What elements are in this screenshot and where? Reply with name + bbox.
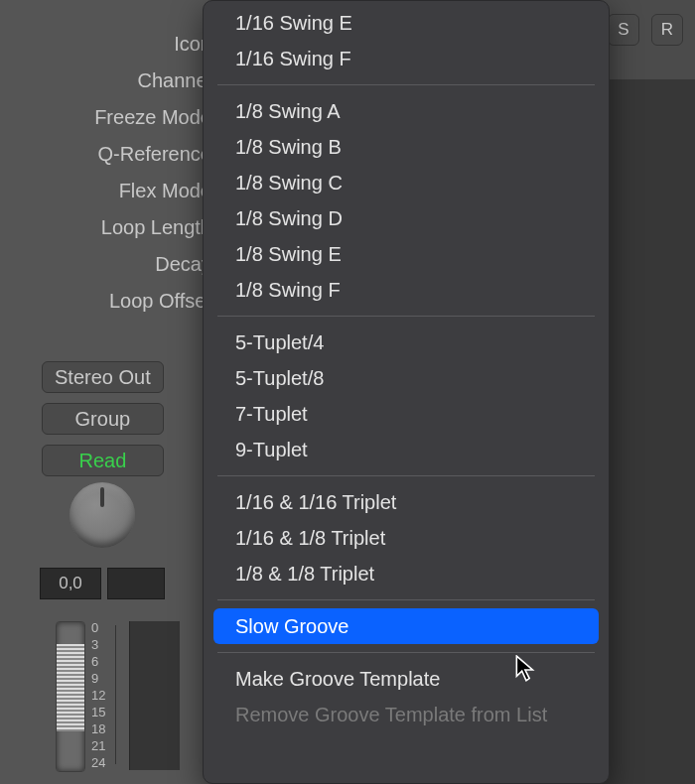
pan-knob[interactable] <box>70 482 135 548</box>
volume-fader[interactable] <box>129 621 180 770</box>
menu-item[interactable]: 1/8 Swing E <box>213 236 599 272</box>
label-freeze-mode: Freeze Mode <box>94 99 211 136</box>
label-q-reference: Q-Reference <box>94 136 211 173</box>
group-button[interactable]: Group <box>42 403 164 435</box>
menu-separator <box>217 599 595 600</box>
inspector-labels: Icon Channel Freeze Mode Q-Reference Fle… <box>94 26 211 320</box>
meter-divider <box>115 625 116 764</box>
record-enable-button[interactable]: R <box>651 14 683 46</box>
menu-separator <box>217 316 595 317</box>
automation-mode-button[interactable]: Read <box>42 445 164 476</box>
label-loop-offset: Loop Offset <box>94 283 211 320</box>
meter-scale: 0 3 6 9 12 15 18 21 24 <box>91 619 105 771</box>
menu-item-make-groove[interactable]: Make Groove Template <box>213 661 599 697</box>
label-icon: Icon <box>94 26 211 63</box>
peak-display[interactable] <box>107 568 165 599</box>
menu-item[interactable]: 1/8 & 1/8 Triplet <box>213 556 599 591</box>
solo-button[interactable]: S <box>608 14 639 46</box>
menu-item-remove-groove: Remove Groove Template from List <box>213 697 599 732</box>
meter-zone: 0 3 6 9 12 15 18 21 24 <box>44 621 183 770</box>
value-display[interactable]: 0,0 <box>40 568 101 599</box>
menu-item[interactable]: 5-Tuplet/8 <box>213 360 599 396</box>
menu-item[interactable]: 9-Tuplet <box>213 432 599 467</box>
menu-item[interactable]: 1/16 & 1/16 Triplet <box>213 484 599 520</box>
menu-separator <box>217 475 595 476</box>
menu-item[interactable]: 1/16 Swing F <box>213 41 599 76</box>
label-channel: Channel <box>94 63 211 99</box>
menu-item[interactable]: 5-Tuplet/4 <box>213 325 599 360</box>
menu-item[interactable]: 7-Tuplet <box>213 396 599 432</box>
menu-item[interactable]: 1/8 Swing D <box>213 200 599 236</box>
menu-item[interactable]: 1/8 Swing B <box>213 129 599 165</box>
label-loop-length: Loop Length <box>94 209 211 246</box>
label-flex-mode: Flex Mode <box>94 173 211 209</box>
label-decay: Decay <box>94 246 211 283</box>
menu-item[interactable]: 1/16 & 1/8 Triplet <box>213 520 599 556</box>
menu-item-selected[interactable]: Slow Groove <box>213 608 599 644</box>
menu-separator <box>217 84 595 85</box>
menu-item[interactable]: 1/8 Swing F <box>213 272 599 308</box>
inspector-panel: Icon Channel Freeze Mode Q-Reference Fle… <box>0 0 228 784</box>
stereo-out-button[interactable]: Stereo Out <box>42 361 164 393</box>
quantize-menu[interactable]: 1/16 Swing E 1/16 Swing F 1/8 Swing A 1/… <box>203 0 610 784</box>
level-meter <box>56 621 85 772</box>
menu-item[interactable]: 1/16 Swing E <box>213 5 599 41</box>
menu-separator <box>217 652 595 653</box>
menu-item[interactable]: 1/8 Swing A <box>213 93 599 129</box>
menu-item[interactable]: 1/8 Swing C <box>213 165 599 200</box>
